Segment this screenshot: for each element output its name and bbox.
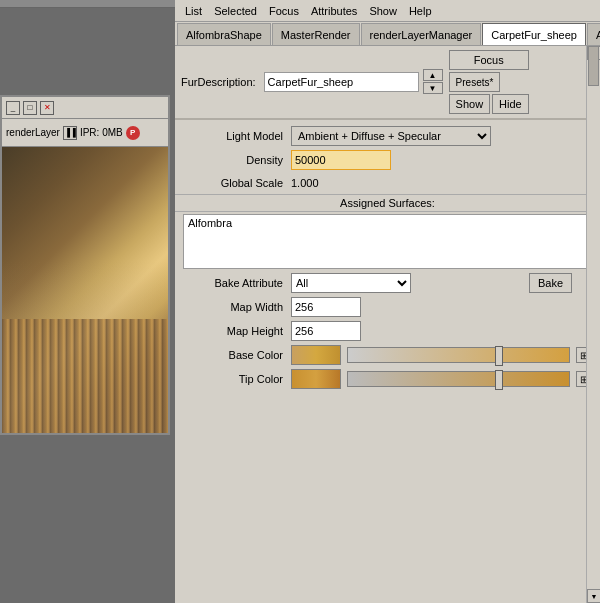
assigned-surfaces-header: Assigned Surfaces: <box>175 194 600 212</box>
ipr-content: renderLayer ▐▐ IPR: 0MB P <box>2 119 168 433</box>
density-input[interactable] <box>291 150 391 170</box>
tip-color-row: Tip Color ⊞ <box>175 367 600 391</box>
fur-description-label-2: FurDescription: <box>181 76 256 88</box>
properties-panel: Light Model Ambient + Diffuse + Specular… <box>175 120 600 603</box>
fur-down-btn[interactable]: ▼ <box>423 82 443 94</box>
map-width-row: Map Width <box>175 295 600 319</box>
map-height-label: Map Height <box>183 325 283 337</box>
bake-attribute-label: Bake Attribute <box>183 277 283 289</box>
focus-button[interactable]: Focus <box>449 50 529 70</box>
base-color-label: Base Color <box>183 349 283 361</box>
map-height-input[interactable] <box>291 321 361 341</box>
bake-attribute-row: Bake Attribute All Bake <box>175 271 600 295</box>
bake-attribute-select[interactable]: All <box>291 273 411 293</box>
tab-all[interactable]: All <box>587 23 600 45</box>
fur-description-section: FurDescription: FurDescription: ▲ ▼ Focu… <box>175 46 600 120</box>
scrollbar-track: ▲ ▼ <box>586 46 600 603</box>
menu-bar: List Selected Focus Attributes Show Help <box>175 0 600 22</box>
light-model-row: Light Model Ambient + Diffuse + Specular <box>175 124 600 148</box>
bake-button[interactable]: Bake <box>529 273 572 293</box>
map-width-label: Map Width <box>183 301 283 313</box>
tab-bar: AlfombraShape MasterRender renderLayerMa… <box>175 22 600 46</box>
density-label: Density <box>183 154 283 166</box>
main-panel: FurDescription: FurDescription: ▲ ▼ Focu… <box>175 46 600 603</box>
menu-show[interactable]: Show <box>363 3 403 19</box>
base-color-slider[interactable] <box>347 347 570 363</box>
menu-help[interactable]: Help <box>403 3 438 19</box>
tab-alfombra-shape[interactable]: AlfombraShape <box>177 23 271 45</box>
hide-button[interactable]: Hide <box>492 94 529 114</box>
ipr-maximize-btn[interactable]: □ <box>23 101 37 115</box>
ipr-layer-label: renderLayer <box>6 127 60 138</box>
global-scale-row: Global Scale 1.000 <box>175 172 600 194</box>
tip-color-thumb <box>495 370 503 390</box>
carpet-grass <box>2 319 168 433</box>
ipr-toolbar: renderLayer ▐▐ IPR: 0MB P <box>2 119 168 147</box>
show-button[interactable]: Show <box>449 94 491 114</box>
carpet-image <box>2 147 168 433</box>
ipr-minimize-btn[interactable]: _ <box>6 101 20 115</box>
menu-selected[interactable]: Selected <box>208 3 263 19</box>
tip-color-label: Tip Color <box>183 373 283 385</box>
base-color-row: Base Color ⊞ <box>175 343 600 367</box>
tip-color-swatch[interactable] <box>291 369 341 389</box>
global-scale-value: 1.000 <box>291 177 319 189</box>
base-color-swatch[interactable] <box>291 345 341 365</box>
menu-focus[interactable]: Focus <box>263 3 305 19</box>
tab-carpet-fur-sheep[interactable]: CarpetFur_sheep <box>482 23 586 45</box>
scrollbar-down-btn[interactable]: ▼ <box>587 589 600 603</box>
light-model-label: Light Model <box>183 130 283 142</box>
ipr-image-area <box>2 147 168 433</box>
menu-list[interactable]: List <box>179 3 208 19</box>
tip-color-slider[interactable] <box>347 371 570 387</box>
ipr-play-btn[interactable]: ▐▐ <box>63 126 77 140</box>
ipr-close-btn[interactable]: ✕ <box>40 101 54 115</box>
light-model-select[interactable]: Ambient + Diffuse + Specular <box>291 126 491 146</box>
menu-attributes[interactable]: Attributes <box>305 3 363 19</box>
scrollbar-thumb[interactable] <box>588 46 599 86</box>
density-row: Density <box>175 148 600 172</box>
ipr-window: _ □ ✕ renderLayer ▐▐ IPR: 0MB P <box>0 95 170 435</box>
fur-description-input[interactable] <box>264 72 419 92</box>
map-height-row: Map Height <box>175 319 600 343</box>
tab-master-render[interactable]: MasterRender <box>272 23 360 45</box>
global-scale-label: Global Scale <box>183 177 283 189</box>
map-width-input[interactable] <box>291 297 361 317</box>
fur-up-btn[interactable]: ▲ <box>423 69 443 81</box>
ipr-badge: P <box>126 126 140 140</box>
surface-item-alfombra: Alfombra <box>188 217 587 229</box>
ipr-memory-label: IPR: 0MB <box>80 127 123 138</box>
assigned-surfaces-list: Alfombra <box>183 214 592 269</box>
presets-button[interactable]: Presets* <box>449 72 501 92</box>
base-color-thumb <box>495 346 503 366</box>
ipr-titlebar: _ □ ✕ <box>2 97 168 119</box>
tab-render-layer-manager[interactable]: renderLayerManager <box>361 23 482 45</box>
